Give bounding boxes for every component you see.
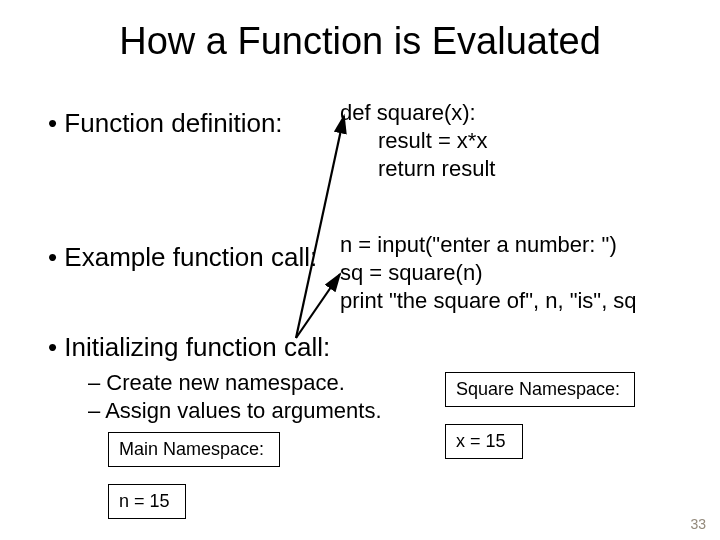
arrow-to-def xyxy=(296,116,344,338)
code-call-line1: n = input("enter a number: ") xyxy=(340,232,617,258)
arrow-to-call xyxy=(296,274,340,338)
subbullet-create-namespace: Create new namespace. xyxy=(88,370,345,396)
code-def-line3: return result xyxy=(378,156,495,182)
bullet-initializing-call: Initializing function call: xyxy=(48,332,330,363)
code-call-line3: print "the square of", n, "is", sq xyxy=(340,288,637,314)
bullet-function-definition: Function definition: xyxy=(48,108,283,139)
page-number: 33 xyxy=(690,516,706,532)
bullet-example-call: Example function call: xyxy=(48,242,317,273)
subbullet-assign-args: Assign values to arguments. xyxy=(88,398,382,424)
code-def-line2: result = x*x xyxy=(378,128,487,154)
box-main-namespace: Main Namespace: xyxy=(108,432,280,467)
box-square-namespace: Square Namespace: xyxy=(445,372,635,407)
code-def-line1: def square(x): xyxy=(340,100,476,126)
code-call-line2: sq = square(n) xyxy=(340,260,482,286)
box-x-15: x = 15 xyxy=(445,424,523,459)
slide-title: How a Function is Evaluated xyxy=(0,20,720,63)
box-n-15: n = 15 xyxy=(108,484,186,519)
